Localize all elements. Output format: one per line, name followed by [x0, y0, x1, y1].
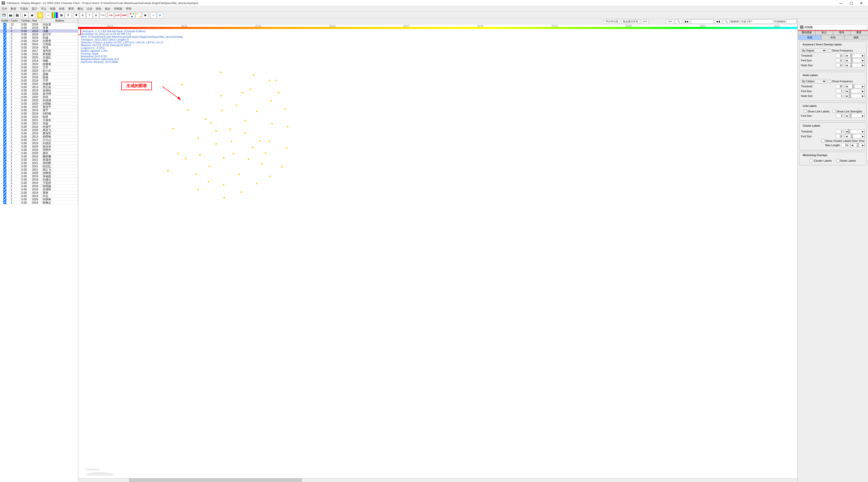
visible-check[interactable]	[3, 109, 6, 112]
col-visible[interactable]: Visible	[0, 19, 10, 23]
graph-node[interactable]	[197, 189, 199, 190]
visible-check[interactable]	[3, 128, 6, 131]
clusters-input[interactable]	[786, 19, 796, 24]
graph-node[interactable]	[199, 154, 200, 156]
usr-button[interactable]: USR	[121, 12, 127, 18]
cluster-fontsize-slider[interactable]: ◀▶	[845, 134, 865, 138]
visible-check[interactable]	[3, 148, 6, 151]
link-fontsize-input[interactable]	[836, 114, 843, 118]
graph-node[interactable]	[195, 173, 197, 175]
visible-check[interactable]	[3, 201, 6, 204]
visible-check[interactable]	[3, 76, 6, 79]
graph-node[interactable]	[238, 173, 240, 175]
zoom-in-button[interactable]: 🔍	[723, 19, 730, 24]
show-link-strengths-check[interactable]	[832, 110, 836, 113]
grid-button[interactable]	[58, 12, 64, 18]
graph-node[interactable]	[181, 84, 183, 85]
nav-first-button[interactable]: ▮◀	[683, 19, 690, 24]
spectrum-button[interactable]	[52, 12, 58, 18]
keyword-nodesize-slider[interactable]: ◀▶	[845, 63, 865, 67]
graph-node[interactable]	[284, 108, 286, 110]
horizontal-scrollbar[interactable]	[78, 478, 797, 482]
forward-button[interactable]: >>>	[641, 19, 649, 24]
graph-node[interactable]	[261, 163, 262, 164]
graph-node[interactable]	[248, 158, 249, 160]
col-authors[interactable]: Authors	[42, 19, 78, 23]
graph-node[interactable]	[244, 120, 246, 121]
node-by-select[interactable]: By Citation	[801, 79, 826, 84]
menu-数据[interactable]: 数据	[11, 7, 16, 11]
visible-check[interactable]	[3, 181, 6, 184]
visible-check[interactable]	[3, 99, 6, 102]
menu-帮助[interactable]: 帮助	[126, 7, 131, 11]
graph-node[interactable]	[275, 80, 277, 81]
graph-node[interactable]	[210, 122, 212, 123]
graph-node[interactable]	[241, 191, 242, 193]
ring-button[interactable]: ◉	[142, 12, 148, 18]
visible-check[interactable]	[3, 82, 6, 85]
stop-layout-button[interactable]	[29, 12, 35, 18]
cluster-maxlength-input[interactable]	[841, 143, 849, 147]
visible-check[interactable]	[3, 26, 6, 29]
graph-node[interactable]	[223, 197, 225, 198]
graph-node[interactable]	[230, 140, 232, 142]
search-input[interactable]	[740, 19, 773, 24]
graph-node[interactable]	[271, 123, 273, 124]
kta-button[interactable]: KTA	[99, 12, 106, 18]
visible-check[interactable]	[3, 178, 6, 181]
visible-check[interactable]	[3, 141, 6, 145]
color-dots-button[interactable]	[129, 12, 135, 18]
record-button[interactable]	[14, 12, 20, 18]
visible-check[interactable]	[3, 102, 6, 105]
tab-标签[interactable]: 标签	[798, 35, 821, 40]
keyword-threshold-input[interactable]	[836, 54, 843, 58]
menu-节点[interactable]: 节点	[41, 7, 46, 11]
tab-视图[interactable]: 视图	[844, 35, 867, 40]
graph-node[interactable]	[209, 165, 210, 167]
graph-node[interactable]	[269, 80, 270, 81]
graph-node[interactable]	[252, 147, 253, 148]
visible-check[interactable]	[3, 145, 6, 148]
maximize-button[interactable]: ▢	[846, 0, 856, 6]
graph-node[interactable]	[221, 110, 222, 111]
minimize-button[interactable]: —	[836, 0, 846, 6]
visible-check[interactable]	[3, 43, 6, 46]
visible-check[interactable]	[3, 29, 6, 32]
visible-check[interactable]	[3, 69, 6, 72]
visible-check[interactable]	[3, 161, 6, 164]
visible-check[interactable]	[3, 168, 6, 171]
zoom-out-button[interactable]: 🔍	[675, 19, 682, 24]
lsi-button[interactable]: LSI	[108, 12, 114, 18]
tab-布局[interactable]: 布局	[821, 35, 844, 40]
save-button[interactable]	[1, 12, 7, 18]
graph-node[interactable]	[250, 89, 251, 90]
visible-check[interactable]	[3, 33, 6, 36]
visible-check[interactable]	[3, 165, 6, 168]
graph-node[interactable]	[265, 152, 266, 154]
visible-check[interactable]	[3, 198, 6, 201]
node-icon-button[interactable]	[150, 12, 156, 18]
k-button[interactable]: K	[80, 12, 86, 18]
col-year[interactable]: Year	[31, 19, 42, 23]
visible-check[interactable]	[3, 152, 6, 155]
graph-node[interactable]	[167, 170, 168, 171]
graph-node[interactable]	[256, 183, 257, 184]
menu-叠加[interactable]: 叠加	[78, 7, 83, 11]
graph-node[interactable]	[208, 181, 209, 182]
visible-check[interactable]	[3, 86, 6, 89]
graph-node[interactable]	[242, 92, 243, 93]
keyword-threshold-slider[interactable]: ◀▶	[845, 54, 865, 58]
graph-node[interactable]	[232, 153, 234, 154]
visible-check[interactable]	[3, 135, 6, 138]
cluster-maxlength-slider[interactable]: ◀▶	[850, 143, 865, 147]
visible-check[interactable]	[3, 62, 6, 65]
graph-node[interactable]	[253, 74, 254, 76]
visible-check[interactable]	[3, 72, 6, 75]
visible-check[interactable]	[3, 105, 6, 108]
visible-check[interactable]	[3, 112, 6, 115]
graph-node[interactable]	[178, 153, 179, 154]
menu-聚类[interactable]: 聚类	[68, 7, 74, 11]
graph-node[interactable]	[185, 158, 186, 159]
a-button[interactable]: A	[93, 12, 99, 18]
graph-node[interactable]	[256, 111, 257, 112]
